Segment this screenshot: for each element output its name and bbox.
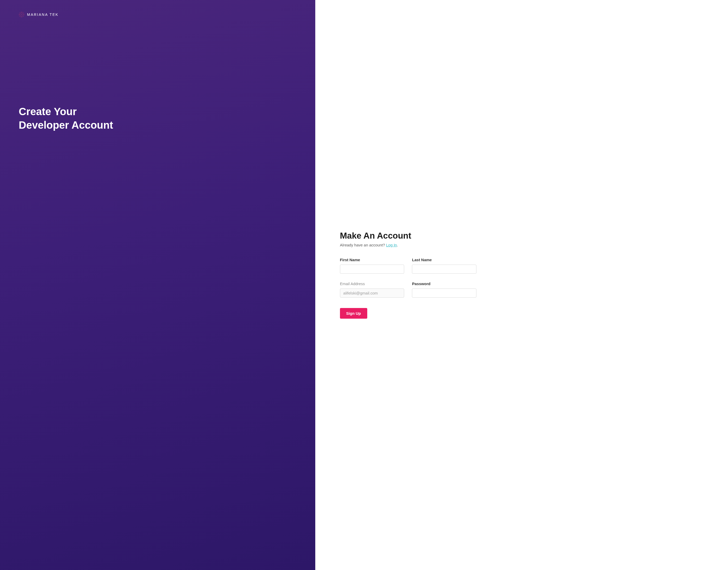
subtext-suffix: . <box>397 243 398 247</box>
svg-point-11 <box>21 13 22 13</box>
brand-logo-text: MARIANA TEK <box>27 12 58 17</box>
page-container: MARIANA TEK Create Your Developer Accoun… <box>0 0 728 570</box>
email-label: Email Address <box>340 281 404 286</box>
svg-point-23 <box>21 14 22 15</box>
svg-point-8 <box>23 13 23 13</box>
last-name-label: Last Name <box>412 258 476 262</box>
svg-point-10 <box>23 16 23 16</box>
svg-point-12 <box>21 16 22 16</box>
svg-point-9 <box>20 16 20 16</box>
logo: MARIANA TEK <box>19 12 297 17</box>
signup-form: Make An Account Already have an account?… <box>340 231 476 319</box>
brand-logo-icon <box>19 12 24 17</box>
subtext-prefix: Already have an account? <box>340 243 386 247</box>
password-input[interactable] <box>412 289 476 298</box>
last-name-input[interactable] <box>412 265 476 274</box>
svg-point-18 <box>23 16 23 16</box>
login-link[interactable]: Log In <box>386 243 397 247</box>
first-name-label: First Name <box>340 258 404 262</box>
form-fields-grid: First Name Last Name Email Address Passw… <box>340 258 476 298</box>
right-panel: Make An Account Already have an account?… <box>315 0 728 570</box>
email-field-group: Email Address <box>340 281 404 298</box>
left-panel-heading: Create Your Developer Account <box>19 105 297 132</box>
email-input[interactable] <box>340 289 404 298</box>
last-name-field-group: Last Name <box>412 258 476 274</box>
form-heading: Make An Account <box>340 231 476 241</box>
left-panel: MARIANA TEK Create Your Developer Accoun… <box>0 0 315 570</box>
svg-point-4 <box>21 17 22 17</box>
password-field-group: Password <box>412 281 476 298</box>
heading-line-2: Developer Account <box>19 119 113 131</box>
svg-point-5 <box>19 14 19 15</box>
svg-point-7 <box>20 13 20 13</box>
svg-point-3 <box>21 12 22 12</box>
first-name-field-group: First Name <box>340 258 404 274</box>
svg-point-17 <box>20 16 21 16</box>
svg-point-6 <box>24 14 24 15</box>
signup-button[interactable]: Sign Up <box>340 308 367 319</box>
first-name-input[interactable] <box>340 265 404 274</box>
svg-point-13 <box>20 14 20 15</box>
password-label: Password <box>412 281 476 286</box>
heading-line-1: Create Your <box>19 106 77 117</box>
login-prompt: Already have an account? Log In. <box>340 243 476 247</box>
svg-point-14 <box>23 14 23 15</box>
